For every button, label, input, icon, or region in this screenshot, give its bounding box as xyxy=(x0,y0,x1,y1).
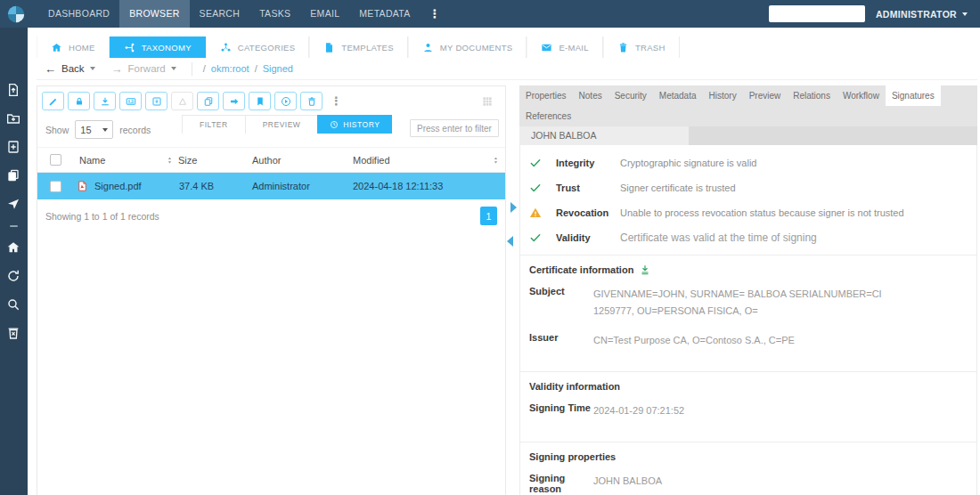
download-button[interactable] xyxy=(94,92,116,110)
properties-panel: Properties Notes Security Metadata Histo… xyxy=(519,85,977,495)
table-row[interactable]: Signed.pdf 37.4 KB Administrator 2024-04… xyxy=(37,173,505,199)
lock-button[interactable] xyxy=(68,92,90,110)
more-options-icon[interactable]: ⋮ xyxy=(421,0,450,28)
column-header-size[interactable]: Size xyxy=(162,155,247,166)
collapse-panel-arrow-icon[interactable] xyxy=(507,236,513,247)
row-checkbox[interactable] xyxy=(50,181,61,192)
nav-item-email[interactable]: EMAIL xyxy=(300,0,349,28)
tab-email[interactable]: E-MAIL xyxy=(527,37,602,58)
history-clock-icon xyxy=(330,120,339,129)
check-row-validity: Validity Certificate was valid at the ti… xyxy=(520,225,976,250)
my-documents-icon xyxy=(422,42,434,53)
issuer-row: Issuer CN=Test Purpose CA, O=Contoso S.A… xyxy=(529,332,968,349)
send-icon[interactable] xyxy=(6,197,21,212)
edit-button[interactable] xyxy=(42,92,64,110)
signature-button xyxy=(171,92,193,110)
column-header-author[interactable]: Author xyxy=(247,155,347,166)
more-options-icon[interactable]: ⋮ xyxy=(326,94,347,108)
tab-categories[interactable]: CATEGORIES xyxy=(206,37,310,58)
global-search-input[interactable] xyxy=(769,5,865,22)
search-icon[interactable] xyxy=(6,297,21,312)
chevron-down-icon[interactable] xyxy=(171,67,176,70)
back-button[interactable]: ← Back xyxy=(37,62,103,76)
tab-relations[interactable]: Relations xyxy=(787,85,837,106)
page-size-value: 15 xyxy=(80,125,91,135)
scanner-button[interactable] xyxy=(119,92,142,110)
tab-trash[interactable]: TRASH xyxy=(603,37,680,58)
create-folder-icon[interactable] xyxy=(6,111,21,126)
tab-preview[interactable]: PREVIEW xyxy=(245,115,319,134)
issuer-value: CN=Test Purpose CA, O=Contoso S.A., C=PE xyxy=(593,332,968,349)
file-browser-panel: ⋮ Show 15 records FILTER PREVIEW HISTORY… xyxy=(37,85,506,495)
signer-tab-john-balboa[interactable]: JOHN BALBOA xyxy=(519,126,689,145)
documents-table: Name Size Author Modified Signed.pdf 37.… xyxy=(37,147,505,199)
expand-panel-arrow-icon[interactable] xyxy=(510,202,517,213)
tab-references[interactable]: References xyxy=(519,106,577,126)
workflow-button[interactable] xyxy=(274,92,297,110)
purge-trash-icon[interactable] xyxy=(6,326,21,341)
pagination-page-1[interactable]: 1 xyxy=(480,207,497,225)
tab-home[interactable]: HOME xyxy=(37,37,110,58)
tab-history[interactable]: History xyxy=(703,85,743,106)
section-title: Certificate information xyxy=(529,264,633,275)
nav-item-browser[interactable]: BROWSER xyxy=(119,0,189,28)
check-label: Trust xyxy=(556,183,620,193)
refresh-icon[interactable] xyxy=(6,269,21,284)
app-logo-icon xyxy=(6,4,26,24)
delete-button[interactable] xyxy=(300,92,323,110)
tab-history[interactable]: HISTORY xyxy=(317,115,392,134)
page-size-select[interactable]: 15 xyxy=(75,120,113,139)
tab-properties[interactable]: Properties xyxy=(519,85,573,106)
chevron-down-icon[interactable] xyxy=(90,67,95,70)
tab-security[interactable]: Security xyxy=(608,85,653,106)
nav-item-dashboard[interactable]: DASHBOARD xyxy=(38,0,119,28)
tab-signatures[interactable]: Signatures xyxy=(886,85,941,106)
check-label: Integrity xyxy=(556,158,620,168)
tab-my-documents[interactable]: MY DOCUMENTS xyxy=(408,37,527,58)
bookmark-button[interactable] xyxy=(249,92,271,110)
user-menu[interactable]: ADMINISTRATOR xyxy=(876,9,968,20)
grid-view-icon[interactable] xyxy=(481,95,494,108)
duplicate-button[interactable] xyxy=(197,92,219,110)
tab-notes[interactable]: Notes xyxy=(573,85,608,106)
tab-workflow[interactable]: Workflow xyxy=(837,85,886,106)
download-certificate-icon[interactable] xyxy=(640,264,650,275)
records-summary: Showing 1 to 1 of 1 records xyxy=(45,211,159,222)
forward-button[interactable]: → Forward xyxy=(103,62,184,76)
select-all-checkbox[interactable] xyxy=(50,154,61,166)
side-rail xyxy=(0,28,28,495)
tab-templates[interactable]: TEMPLATES xyxy=(309,37,407,58)
document-name: Signed.pdf xyxy=(94,181,142,191)
sort-icon[interactable] xyxy=(486,155,505,166)
breadcrumb-segment-folder[interactable]: Signed xyxy=(263,63,293,74)
templates-icon xyxy=(323,42,335,53)
home-icon[interactable] xyxy=(6,240,21,256)
check-row-trust: Trust Signer certificate is trusted xyxy=(520,175,976,200)
filter-input[interactable] xyxy=(410,119,499,137)
forward-label: Forward xyxy=(128,63,166,74)
tab-metadata[interactable]: Metadata xyxy=(653,85,703,106)
column-header-name[interactable]: Name xyxy=(73,155,162,166)
subject-value: GIVENNAME=JOHN, SURNAME= BALBOA SERIALNU… xyxy=(593,286,968,319)
nav-item-metadata[interactable]: METADATA xyxy=(349,0,420,28)
properties-tabs: Properties Notes Security Metadata Histo… xyxy=(519,85,977,126)
column-header-modified[interactable]: Modified xyxy=(347,155,486,166)
section-title: Signing properties xyxy=(529,451,616,462)
subject-row: Subject GIVENNAME=JOHN, SURNAME= BALBOA … xyxy=(529,286,968,319)
nav-item-tasks[interactable]: TASKS xyxy=(249,0,300,28)
export-button[interactable] xyxy=(145,92,167,110)
column-label: Size xyxy=(178,155,197,166)
tab-preview[interactable]: Preview xyxy=(743,85,788,106)
tab-taxonomy[interactable]: TAXONOMY xyxy=(110,37,206,58)
move-button[interactable] xyxy=(223,92,245,110)
nav-item-search[interactable]: SEARCH xyxy=(190,0,250,28)
tab-filter[interactable]: FILTER xyxy=(182,115,246,134)
check-icon xyxy=(529,182,542,194)
upload-document-icon[interactable] xyxy=(6,83,21,98)
breadcrumb-segment-root[interactable]: okm:root xyxy=(211,63,249,74)
tab-label: TRASH xyxy=(635,43,666,53)
categories-icon xyxy=(220,42,232,53)
create-document-icon[interactable] xyxy=(6,140,21,155)
copy-icon[interactable] xyxy=(6,168,21,183)
sort-icon[interactable] xyxy=(166,155,174,166)
